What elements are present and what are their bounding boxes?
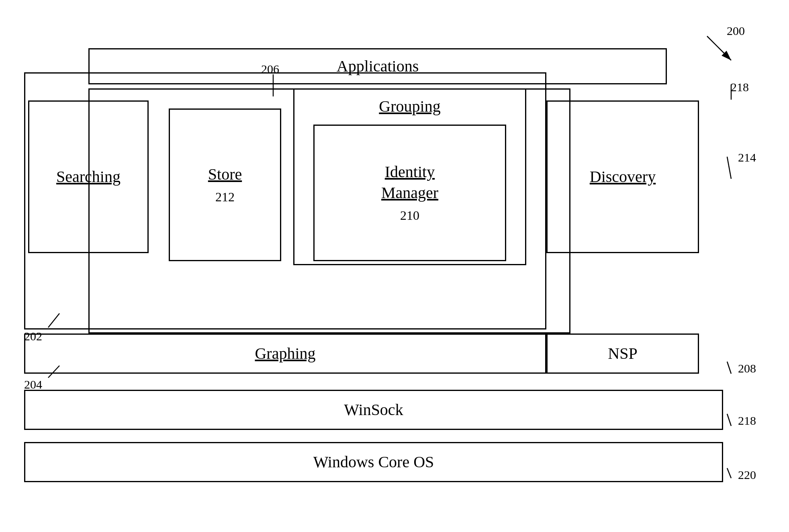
ref-200: 200: [727, 24, 745, 38]
searching-label: Searching: [56, 166, 121, 187]
ref-208: 208: [738, 362, 756, 375]
ref-220: 220: [738, 468, 756, 482]
winsock-box: WinSock: [24, 390, 723, 430]
windows-core-os-label: Windows Core OS: [313, 452, 434, 473]
winsock-label: WinSock: [344, 399, 403, 420]
windows-core-os-box: Windows Core OS: [24, 442, 723, 482]
identity-manager-number: 210: [400, 207, 419, 224]
ref-218-applications: 218: [731, 80, 749, 94]
svg-line-6: [727, 362, 731, 374]
ref-204: 204: [24, 378, 42, 391]
store-number: 212: [215, 189, 235, 206]
ref-218-winsock: 218: [738, 414, 756, 428]
svg-line-7: [727, 414, 731, 426]
store-label: Store: [208, 164, 242, 185]
store-box: Store 212: [169, 108, 281, 261]
graphing-label: Graphing: [255, 343, 315, 364]
searching-box: Searching: [28, 100, 149, 253]
nsp-box: NSP: [546, 334, 699, 374]
ref-214: 214: [738, 151, 756, 164]
grouping-label: Grouping: [379, 97, 440, 116]
identity-manager-label: IdentityManager: [381, 162, 438, 203]
graphing-box: Graphing: [24, 334, 546, 374]
identity-manager-box: IdentityManager 210: [313, 125, 506, 261]
discovery-label: Discovery: [590, 166, 656, 187]
nsp-label: NSP: [608, 343, 637, 364]
svg-line-3: [727, 157, 731, 179]
svg-line-8: [727, 468, 731, 478]
discovery-box: Discovery: [546, 100, 699, 253]
